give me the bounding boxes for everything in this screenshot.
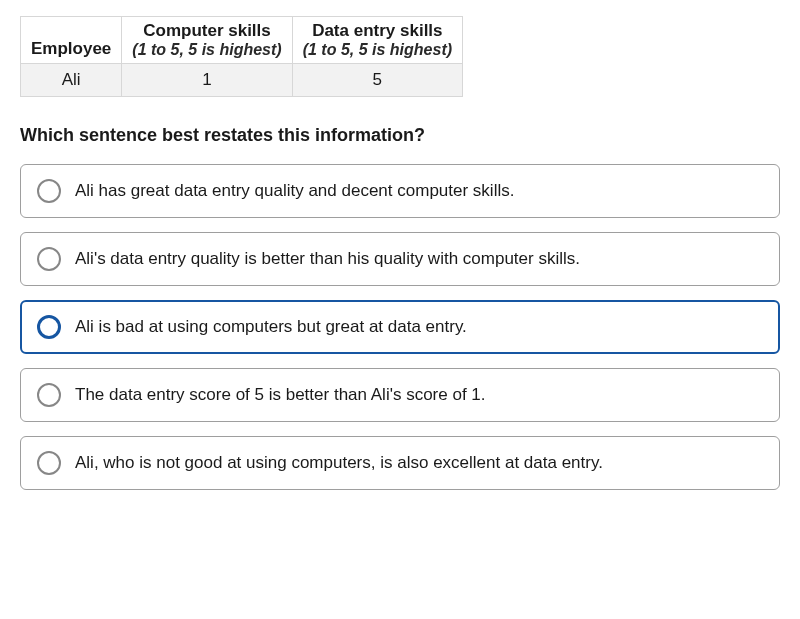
radio-icon <box>37 247 61 271</box>
option-4[interactable]: Ali, who is not good at using computers,… <box>20 436 780 490</box>
option-3[interactable]: The data entry score of 5 is better than… <box>20 368 780 422</box>
header-computer-skills: Computer skills (1 to 5, 5 is highest) <box>122 17 292 64</box>
radio-icon <box>37 451 61 475</box>
table-row: Ali 1 5 <box>21 64 463 97</box>
header-data-entry-sub: (1 to 5, 5 is highest) <box>303 41 452 59</box>
cell-computer: 1 <box>122 64 292 97</box>
option-label: Ali has great data entry quality and dec… <box>75 181 514 201</box>
option-1[interactable]: Ali's data entry quality is better than … <box>20 232 780 286</box>
radio-icon <box>37 383 61 407</box>
cell-name: Ali <box>21 64 122 97</box>
option-label: Ali's data entry quality is better than … <box>75 249 580 269</box>
header-data-entry-skills: Data entry skills (1 to 5, 5 is highest) <box>292 17 462 64</box>
header-computer-top: Computer skills <box>143 21 271 40</box>
header-employee: Employee <box>21 17 122 64</box>
option-0[interactable]: Ali has great data entry quality and dec… <box>20 164 780 218</box>
header-data-entry-top: Data entry skills <box>312 21 442 40</box>
radio-icon <box>37 315 61 339</box>
option-label: The data entry score of 5 is better than… <box>75 385 486 405</box>
cell-data-entry: 5 <box>292 64 462 97</box>
header-computer-sub: (1 to 5, 5 is highest) <box>132 41 281 59</box>
radio-icon <box>37 179 61 203</box>
option-2[interactable]: Ali is bad at using computers but great … <box>20 300 780 354</box>
question-prompt: Which sentence best restates this inform… <box>20 125 780 146</box>
option-label: Ali is bad at using computers but great … <box>75 317 467 337</box>
option-label: Ali, who is not good at using computers,… <box>75 453 603 473</box>
skills-table: Employee Computer skills (1 to 5, 5 is h… <box>20 16 463 97</box>
options-list: Ali has great data entry quality and dec… <box>20 164 780 490</box>
